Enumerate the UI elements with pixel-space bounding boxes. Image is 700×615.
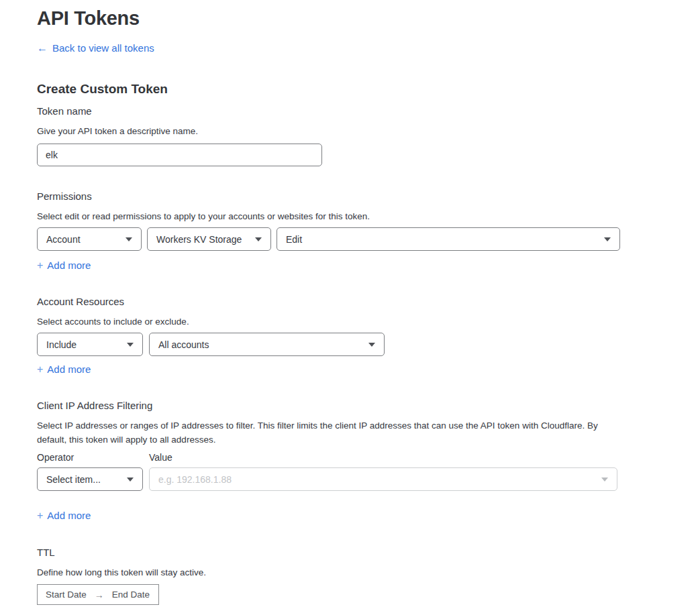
permission-scope-value: Account bbox=[46, 234, 81, 245]
permissions-add-more-link[interactable]: + Add more bbox=[37, 260, 91, 271]
permission-access-select[interactable]: Edit bbox=[277, 227, 620, 251]
account-resources-add-more-link[interactable]: + Add more bbox=[37, 364, 91, 375]
token-name-input[interactable] bbox=[37, 144, 322, 166]
api-tokens-page: API Tokens ← Back to view all tokens Cre… bbox=[0, 0, 700, 605]
end-date-field[interactable]: End Date bbox=[112, 590, 150, 600]
ip-filtering-add-more-link[interactable]: + Add more bbox=[37, 510, 91, 521]
permission-access-value: Edit bbox=[286, 234, 302, 245]
add-more-label: Add more bbox=[47, 260, 91, 271]
account-resources-label: Account Resources bbox=[37, 296, 700, 307]
permission-scope-select[interactable]: Account bbox=[37, 227, 142, 251]
ttl-date-range-picker[interactable]: Start Date → End Date bbox=[37, 584, 159, 605]
ip-value-input[interactable] bbox=[158, 474, 596, 485]
ttl-description: Define how long this token will stay act… bbox=[37, 565, 700, 579]
plus-icon: + bbox=[37, 510, 43, 521]
ip-operator-select[interactable]: Select item... bbox=[37, 467, 143, 491]
page-title: API Tokens bbox=[37, 7, 700, 30]
ttl-label: TTL bbox=[37, 547, 700, 558]
permissions-description: Select edit or read permissions to apply… bbox=[37, 209, 700, 223]
chevron-down-icon bbox=[601, 478, 608, 482]
plus-icon: + bbox=[37, 260, 43, 271]
permissions-row: Account Workers KV Storage Edit bbox=[37, 227, 700, 251]
back-link-label: Back to view all tokens bbox=[52, 43, 154, 54]
back-arrow-icon: ← bbox=[37, 43, 48, 54]
back-to-tokens-link[interactable]: ← Back to view all tokens bbox=[37, 43, 154, 54]
operator-label: Operator bbox=[37, 453, 149, 463]
ip-value-combobox[interactable] bbox=[149, 467, 617, 491]
chevron-down-icon bbox=[368, 343, 375, 347]
add-more-label: Add more bbox=[47, 510, 91, 521]
account-resources-accounts-select[interactable]: All accounts bbox=[149, 333, 385, 356]
permission-resource-select[interactable]: Workers KV Storage bbox=[147, 227, 271, 251]
add-more-label: Add more bbox=[47, 364, 91, 375]
value-label: Value bbox=[149, 453, 172, 463]
plus-icon: + bbox=[37, 364, 43, 375]
permission-resource-value: Workers KV Storage bbox=[156, 234, 242, 245]
token-name-label: Token name bbox=[37, 106, 700, 117]
arrow-right-icon: → bbox=[95, 590, 104, 600]
token-name-description: Give your API token a descriptive name. bbox=[37, 124, 700, 138]
account-resources-description: Select accounts to include or exclude. bbox=[37, 315, 700, 329]
chevron-down-icon bbox=[126, 237, 132, 241]
chevron-down-icon bbox=[255, 237, 262, 241]
ip-filtering-description: Select IP addresses or ranges of IP addr… bbox=[37, 418, 609, 447]
create-custom-token-heading: Create Custom Token bbox=[37, 82, 700, 96]
ip-filtering-column-labels: Operator Value bbox=[37, 453, 700, 463]
start-date-field[interactable]: Start Date bbox=[46, 590, 87, 600]
chevron-down-icon bbox=[127, 343, 134, 347]
account-resources-row: Include All accounts bbox=[37, 333, 700, 356]
ip-operator-value: Select item... bbox=[46, 474, 101, 485]
account-resources-mode-select[interactable]: Include bbox=[37, 333, 143, 356]
chevron-down-icon bbox=[127, 478, 134, 482]
account-resources-accounts-value: All accounts bbox=[158, 339, 209, 350]
ip-filtering-label: Client IP Address Filtering bbox=[37, 400, 700, 411]
chevron-down-icon bbox=[604, 237, 611, 241]
account-resources-mode-value: Include bbox=[46, 339, 77, 350]
ip-filtering-row: Select item... bbox=[37, 467, 700, 491]
permissions-label: Permissions bbox=[37, 191, 700, 202]
